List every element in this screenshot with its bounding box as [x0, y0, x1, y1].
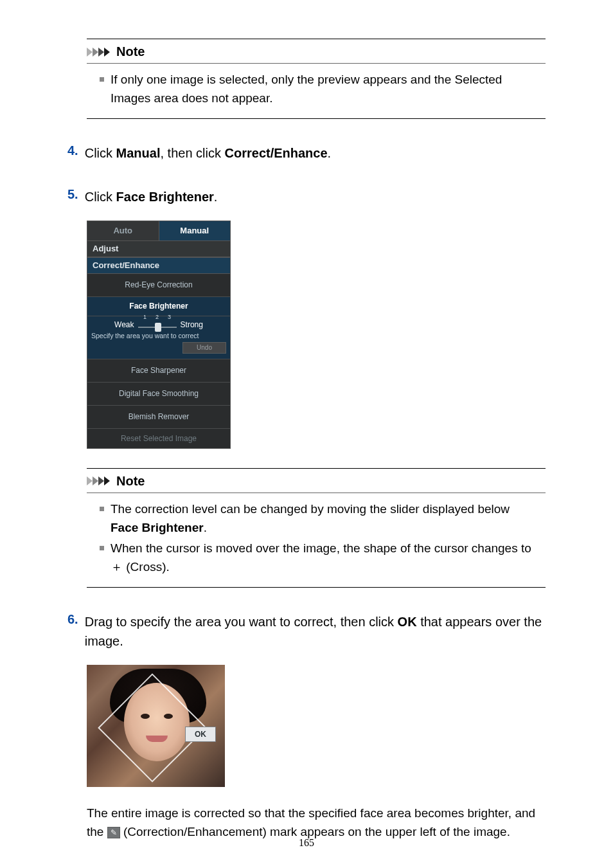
cross-cursor-icon: ＋ [111, 560, 123, 574]
note-chevrons-icon [87, 46, 112, 58]
step-text: Drag to specify the area you want to cor… [85, 612, 546, 651]
text: . [204, 521, 207, 534]
step-number: 5. [67, 187, 78, 206]
section-correct-enhance[interactable]: Correct/Enhance [87, 257, 230, 274]
option-digital-face-smoothing[interactable]: Digital Face Smoothing [87, 383, 230, 406]
step-number: 4. [67, 143, 78, 163]
note-body: The correction level can be changed by m… [87, 493, 546, 587]
note-item: If only one image is selected, only the … [100, 70, 539, 108]
strong-label: Strong [181, 320, 203, 329]
slider-thumb[interactable] [155, 323, 161, 332]
note-chevrons-icon [87, 475, 112, 487]
page-number: 165 [0, 837, 613, 849]
note-item: The correction level can be changed by m… [100, 500, 539, 538]
svg-marker-4 [87, 476, 93, 485]
note-box-2: Note The correction level can be changed… [87, 468, 546, 588]
tab-manual[interactable]: Manual [159, 221, 231, 240]
face-photo[interactable]: OK [87, 665, 225, 787]
note-header: Note [87, 39, 546, 64]
text: (Cross). [123, 560, 170, 574]
bold-text: Manual [116, 146, 161, 160]
step-5: 5. Click Face Brightener. [67, 187, 546, 206]
note-item-text: If only one image is selected, only the … [111, 70, 539, 108]
note-item-text: When the cursor is moved over the image,… [111, 539, 539, 577]
strength-slider-row: Weak 1 2 3 Strong [91, 320, 226, 329]
bold-text: Face Brightener [116, 190, 214, 204]
option-red-eye[interactable]: Red-Eye Correction [87, 274, 230, 297]
tab-row: Auto Manual [87, 221, 230, 240]
correct-enhance-panel: Auto Manual Adjust Correct/Enhance Red-E… [87, 221, 231, 449]
text: Click [85, 146, 116, 160]
note-title: Note [116, 44, 145, 59]
step-number: 6. [67, 612, 78, 651]
text: The correction level can be changed by m… [111, 502, 510, 516]
strength-slider[interactable]: 1 2 3 [138, 320, 177, 329]
specify-text: Specify the area you want to correct [91, 332, 226, 339]
step-4: 4. Click Manual, then click Correct/Enha… [67, 143, 546, 163]
weak-label: Weak [114, 320, 134, 329]
ok-button[interactable]: OK [185, 727, 216, 742]
note-title: Note [116, 474, 145, 489]
step-text: Click Face Brightener. [85, 187, 218, 206]
square-bullet-icon [100, 77, 104, 82]
example-image: OK [87, 665, 546, 787]
svg-marker-0 [87, 48, 93, 57]
step-text: Click Manual, then click Correct/Enhance… [85, 143, 331, 163]
text: . [214, 190, 218, 204]
section-adjust[interactable]: Adjust [87, 240, 230, 257]
bold-text: OK [398, 615, 417, 629]
option-blemish-remover[interactable]: Blemish Remover [87, 406, 230, 429]
text: Drag to specify the area you want to cor… [85, 615, 398, 629]
text: (Correction/Enhancement) mark appears on… [120, 825, 510, 838]
svg-marker-3 [104, 48, 110, 57]
note-body: If only one image is selected, only the … [87, 64, 546, 118]
svg-marker-7 [104, 476, 110, 485]
tick-1: 1 [143, 314, 147, 320]
note-item-text: The correction level can be changed by m… [111, 500, 539, 538]
square-bullet-icon [100, 546, 104, 550]
note-header: Note [87, 469, 546, 493]
tab-auto[interactable]: Auto [87, 221, 159, 240]
undo-button[interactable]: Undo [182, 342, 226, 354]
option-face-sharpener[interactable]: Face Sharpener [87, 359, 230, 383]
text: , then click [160, 146, 224, 160]
tick-labels: 1 2 3 [143, 314, 171, 320]
note-item: When the cursor is moved over the image,… [100, 539, 539, 577]
svg-marker-5 [93, 476, 98, 485]
text: When the cursor is moved over the image,… [111, 541, 531, 555]
bold-text: Correct/Enhance [225, 146, 328, 160]
text: Click [85, 190, 116, 204]
note-box-1: Note If only one image is selected, only… [87, 39, 546, 119]
svg-marker-1 [93, 48, 98, 57]
text: . [328, 146, 332, 160]
step-6: 6. Drag to specify the area you want to … [67, 612, 546, 651]
bold-text: Face Brightener [111, 521, 204, 534]
face-brightener-controls: Weak 1 2 3 Strong Specify the area you w… [87, 316, 230, 359]
tick-2: 2 [155, 314, 159, 320]
svg-marker-6 [98, 476, 104, 485]
result-paragraph: The entire image is corrected so that th… [87, 804, 546, 842]
reset-selected-image[interactable]: Reset Selected Image [87, 429, 230, 448]
square-bullet-icon [100, 507, 104, 511]
svg-marker-2 [98, 48, 104, 57]
tick-3: 3 [168, 314, 171, 320]
